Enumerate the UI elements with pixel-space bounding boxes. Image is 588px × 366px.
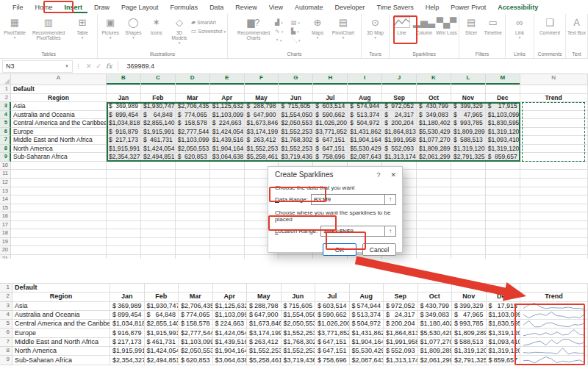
- cell-K7[interactable]: $1,077,270: [417, 136, 451, 145]
- cell[interactable]: [520, 187, 588, 196]
- cell-G6[interactable]: $1,552,253: [282, 329, 316, 337]
- cell[interactable]: [11, 204, 107, 213]
- cell-L9[interactable]: $2,791,325: [451, 153, 486, 162]
- cell-K8[interactable]: $1,809,289: [418, 347, 453, 356]
- column-header-A[interactable]: A: [11, 74, 107, 85]
- cell-J3[interactable]: $972,052: [384, 302, 418, 311]
- cell-E2[interactable]: Apr: [210, 94, 245, 103]
- cell-N8[interactable]: [520, 347, 588, 356]
- row-header-8[interactable]: 8: [0, 347, 12, 356]
- ok-button[interactable]: OK: [323, 243, 356, 256]
- cell-B8[interactable]: $1,915,991: [107, 145, 141, 154]
- pivottable-button[interactable]: ▦PivotTable▾: [2, 16, 27, 40]
- row-header-5[interactable]: 5: [0, 320, 12, 329]
- cell-J2[interactable]: Sep: [382, 94, 417, 103]
- cell-A8[interactable]: North America: [11, 145, 107, 154]
- cell-J8[interactable]: $552,093: [382, 145, 417, 154]
- row-header-6[interactable]: 6: [0, 128, 11, 137]
- cell-A2[interactable]: Region: [11, 94, 107, 103]
- cell[interactable]: [145, 284, 179, 293]
- column-header-G[interactable]: G: [279, 74, 313, 85]
- cell-C9[interactable]: $2,494,851: [145, 356, 179, 365]
- cell[interactable]: [210, 221, 245, 230]
- cell[interactable]: [520, 212, 588, 221]
- cell-N6[interactable]: [520, 128, 588, 137]
- cell[interactable]: [417, 195, 451, 204]
- cell[interactable]: [141, 255, 176, 259]
- column-header-K[interactable]: K: [417, 74, 451, 85]
- cell-M6[interactable]: $1,319,120: [486, 128, 520, 137]
- row-header-2[interactable]: 2: [0, 293, 12, 301]
- cell-N4[interactable]: [520, 111, 588, 120]
- cell[interactable]: [141, 195, 176, 204]
- row-header-18[interactable]: 18: [0, 229, 11, 238]
- cell-F6[interactable]: $3,174,199: [247, 329, 282, 337]
- cell-D6[interactable]: $2,777,544: [179, 329, 213, 337]
- line-sparkline-button[interactable]: Line: [391, 16, 412, 35]
- cell-A3[interactable]: Asia: [12, 302, 110, 311]
- cell-H4[interactable]: $590,662: [313, 111, 348, 120]
- cell-C2[interactable]: Feb: [145, 293, 179, 301]
- cell-F2[interactable]: May: [245, 94, 279, 103]
- cell[interactable]: [107, 187, 141, 196]
- cell-E8[interactable]: $1,904,164: [213, 347, 248, 356]
- cell[interactable]: [417, 162, 451, 171]
- cell-M4[interactable]: $1,103,099: [486, 111, 520, 120]
- cell-D8[interactable]: $2,050,553: [176, 145, 210, 154]
- column-header-B[interactable]: B: [107, 74, 141, 85]
- cell[interactable]: [176, 85, 210, 94]
- row-header-19[interactable]: 19: [0, 238, 11, 247]
- column-header-I[interactable]: I: [348, 74, 382, 85]
- cell-M6[interactable]: $1,319,120: [487, 329, 521, 337]
- tab-draw[interactable]: Draw: [89, 1, 115, 13]
- cell-I2[interactable]: Aug: [350, 293, 384, 301]
- cell-L3[interactable]: $399,329: [452, 302, 487, 311]
- cell-I4[interactable]: $513,374: [350, 311, 384, 320]
- tab-review[interactable]: Review: [230, 1, 262, 13]
- row-header-16[interactable]: 16: [0, 212, 11, 221]
- cell-M4[interactable]: $1,103,099: [487, 311, 521, 320]
- cell-M8[interactable]: $1,319,120: [487, 347, 521, 356]
- cell-C4[interactable]: $64,848: [141, 111, 176, 120]
- cell-F4[interactable]: $647,900: [247, 311, 282, 320]
- cell-A5[interactable]: Central America and the Caribbean: [11, 119, 107, 128]
- cell-H2[interactable]: Jul: [315, 293, 350, 301]
- column-header-J[interactable]: J: [382, 74, 417, 85]
- cell-M8[interactable]: $1,319,120: [486, 145, 520, 154]
- cell-I4[interactable]: $513,374: [348, 111, 382, 120]
- cell[interactable]: [486, 204, 520, 213]
- cell-G4[interactable]: $1,554,050: [282, 311, 316, 320]
- cell-A1[interactable]: Default: [12, 284, 110, 293]
- tab-accessibility[interactable]: Accessibility: [492, 1, 543, 13]
- cell-I2[interactable]: Aug: [348, 94, 382, 103]
- cell[interactable]: [417, 85, 451, 94]
- tab-data[interactable]: Data: [204, 1, 229, 13]
- cell-D7[interactable]: $1,103,099: [176, 136, 210, 145]
- shapes-button[interactable]: ◯Shapes▾: [122, 16, 144, 40]
- cell-B5[interactable]: $1,034,818: [107, 119, 141, 128]
- cell[interactable]: [451, 212, 486, 221]
- table-button[interactable]: ⊞Table▾: [70, 16, 95, 40]
- tab-view[interactable]: View: [264, 1, 288, 13]
- cell-C3[interactable]: $1,930,747: [141, 102, 176, 111]
- cell-M7[interactable]: $1,093,410: [486, 136, 520, 145]
- row-header-10[interactable]: 10: [0, 162, 11, 171]
- cell[interactable]: [11, 179, 107, 187]
- cell[interactable]: [417, 170, 451, 179]
- cell[interactable]: [210, 204, 245, 213]
- cell[interactable]: [520, 238, 588, 247]
- tab-formulas[interactable]: Formulas: [165, 1, 204, 13]
- cell-A6[interactable]: Europe: [12, 329, 110, 337]
- row-header-20[interactable]: 20: [0, 246, 11, 255]
- cell-G2[interactable]: Jun: [279, 94, 313, 103]
- cell-H8[interactable]: $647,151: [313, 145, 348, 154]
- cell-N4[interactable]: [520, 311, 588, 320]
- cell-J4[interactable]: $24,317: [384, 311, 418, 320]
- column-header-C[interactable]: C: [141, 74, 176, 85]
- cell-F9[interactable]: $5,258,461: [245, 153, 279, 162]
- cell[interactable]: [176, 187, 210, 196]
- cell[interactable]: [417, 238, 451, 247]
- screenshot-button[interactable]: ▭Screenshot▾: [191, 28, 226, 35]
- cell-J7[interactable]: $1,991,958: [384, 338, 418, 347]
- cell-B3[interactable]: $369,989: [107, 102, 141, 111]
